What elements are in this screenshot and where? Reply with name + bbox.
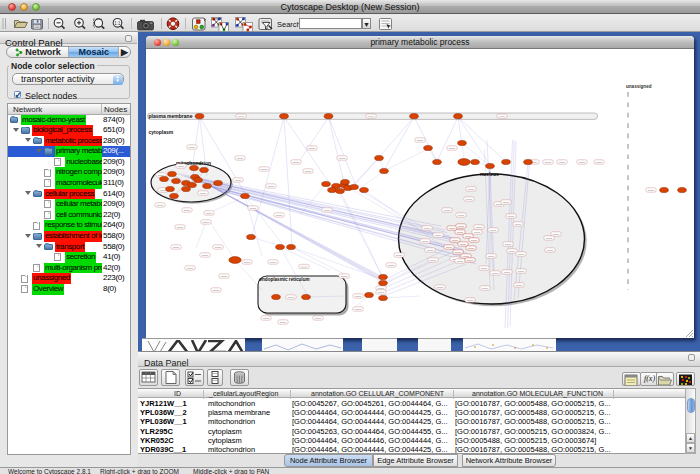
svg-text:1:1: 1:1 [114,21,121,26]
svg-text:plasma membrane: plasma membrane [149,113,193,119]
svg-text:cytoplasm: cytoplasm [149,129,174,135]
svg-text:nucleus: nucleus [480,171,499,177]
svg-text:unassigned: unassigned [626,84,652,89]
svg-text:endoplasmic reticulum: endoplasmic reticulum [260,277,310,282]
